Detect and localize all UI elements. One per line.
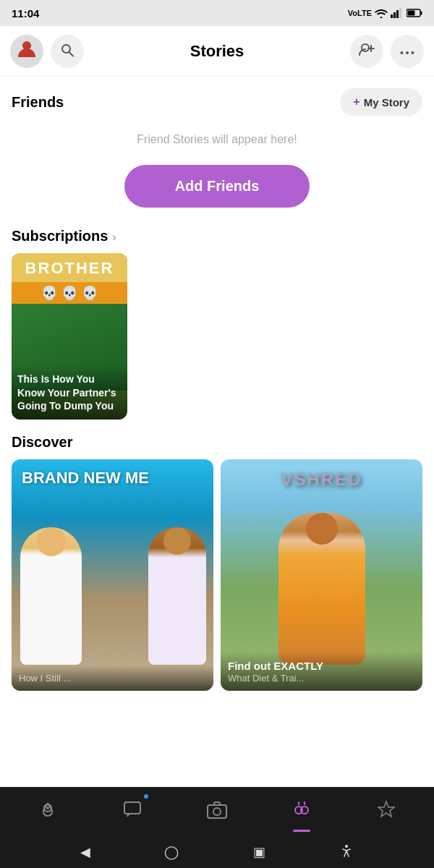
discover-card-1-bottom: How I Still ... xyxy=(19,673,206,684)
discover-card-2[interactable]: VSHRED Find out EXACTLY What Diet & Trai… xyxy=(221,459,422,691)
subscription-card-text: This Is How You Know Your Partner's Goin… xyxy=(17,373,116,411)
subscription-card-bg: BROTHER 💀 💀 💀 This Is How You Know Your … xyxy=(12,253,127,420)
discover-card-2-overlay: Find out EXACTLY What Diet & Trai... xyxy=(221,652,422,692)
wifi-icon xyxy=(375,8,388,18)
discover-card-1-title: BRAND NEW ME xyxy=(22,469,149,487)
subscriptions-title: Subscriptions xyxy=(12,228,108,244)
svg-point-15 xyxy=(412,51,414,54)
page-title: Stories xyxy=(190,42,244,61)
status-bar: 11:04 VoLTE xyxy=(0,0,434,26)
discover-card-2-title: VSHRED xyxy=(221,469,422,490)
svg-rect-5 xyxy=(421,12,422,15)
subscriptions-section: Subscriptions › BROTHER 💀 💀 💀 This Is Ho… xyxy=(0,228,434,434)
header-right xyxy=(350,35,424,68)
discover-icon xyxy=(377,800,396,823)
discover-card-1[interactable]: BRAND NEW ME How I Still ... xyxy=(12,459,213,691)
stories-icon xyxy=(292,800,312,823)
nav-item-chat[interactable] xyxy=(103,790,161,833)
discover-card-2-bottom-2: What Diet & Trai... xyxy=(228,673,415,684)
my-story-text: My Story xyxy=(364,96,409,109)
skull-3: 💀 xyxy=(82,285,98,301)
subscription-card[interactable]: BROTHER 💀 💀 💀 This Is How You Know Your … xyxy=(12,253,127,420)
my-story-button[interactable]: + BROTHER My Story xyxy=(340,88,422,116)
camera-icon xyxy=(206,800,228,823)
svg-rect-2 xyxy=(396,10,399,18)
search-button[interactable] xyxy=(51,35,84,68)
map-icon xyxy=(38,800,57,823)
nav-item-discover[interactable] xyxy=(357,790,415,833)
friends-section: Friends + BROTHER My Story Friend Storie… xyxy=(0,77,434,153)
svg-line-9 xyxy=(69,52,74,56)
discover-card-2-bottom-1: Find out EXACTLY xyxy=(228,659,415,673)
bottom-spacer xyxy=(0,702,434,789)
friends-header: Friends + BROTHER My Story xyxy=(12,88,422,116)
header-left xyxy=(10,35,84,68)
person-right-shape xyxy=(148,527,206,665)
svg-rect-1 xyxy=(393,12,396,18)
add-friends-wrap: Add Friends xyxy=(0,153,434,228)
back-button[interactable]: ◀ xyxy=(80,844,90,860)
avatar-icon xyxy=(17,38,37,64)
chat-icon xyxy=(123,800,142,823)
svg-marker-25 xyxy=(378,801,394,817)
nav-bar xyxy=(0,787,434,836)
status-icons: VoLTE xyxy=(348,8,422,18)
home-button[interactable]: ◯ xyxy=(164,844,179,860)
subscription-brand: BROTHER xyxy=(12,253,127,282)
skull-strip: 💀 💀 💀 xyxy=(12,282,127,304)
svg-rect-19 xyxy=(208,805,226,818)
person-left-shape xyxy=(20,527,82,665)
friend-stories-empty: Friend Stories will appear here! xyxy=(12,122,422,153)
svg-rect-6 xyxy=(408,11,415,16)
stories-active-indicator xyxy=(293,830,310,832)
more-button[interactable] xyxy=(391,35,424,68)
bottom-nav: ◀ ◯ ▣ xyxy=(0,787,434,868)
more-icon xyxy=(400,43,414,59)
chat-notification-dot xyxy=(142,793,150,800)
add-friend-button[interactable] xyxy=(350,35,383,68)
discover-card-1-overlay: How I Still ... xyxy=(12,665,213,691)
discover-grid: BRAND NEW ME How I Still ... VSHRED Find… xyxy=(12,459,422,691)
chevron-right-icon: › xyxy=(112,231,116,244)
header: Stories xyxy=(0,26,434,77)
svg-point-13 xyxy=(401,51,404,54)
search-icon xyxy=(60,43,75,59)
svg-rect-18 xyxy=(124,802,140,814)
add-friend-icon xyxy=(359,43,375,59)
battery-icon xyxy=(407,9,422,17)
svg-point-20 xyxy=(213,808,221,815)
svg-point-26 xyxy=(345,845,348,848)
nav-item-map[interactable] xyxy=(19,790,77,833)
person-center-shape xyxy=(278,513,365,665)
svg-point-14 xyxy=(406,51,409,54)
volte-icon: VoLTE xyxy=(348,9,372,17)
discover-title: Discover xyxy=(12,434,422,451)
nav-item-stories[interactable] xyxy=(273,790,331,833)
subscription-card-overlay: This Is How You Know Your Partner's Goin… xyxy=(12,365,127,420)
friends-title: Friends xyxy=(12,94,64,111)
svg-point-17 xyxy=(46,807,49,809)
skull-1: 💀 xyxy=(41,285,57,301)
svg-rect-3 xyxy=(399,8,401,18)
system-bar: ◀ ◯ ▣ xyxy=(0,836,434,868)
status-time: 11:04 xyxy=(12,7,39,20)
nav-item-camera[interactable] xyxy=(188,790,246,833)
accessibility-button[interactable] xyxy=(339,843,354,861)
skull-2: 💀 xyxy=(61,285,77,301)
discover-section: Discover BRAND NEW ME How I Still ... xyxy=(0,434,434,702)
add-friends-button[interactable]: Add Friends xyxy=(124,165,310,208)
svg-rect-0 xyxy=(391,14,393,18)
signal-icon xyxy=(391,8,404,18)
recents-button[interactable]: ▣ xyxy=(253,844,265,860)
avatar-button[interactable] xyxy=(10,35,43,68)
plus-icon: + xyxy=(353,95,359,109)
subscriptions-header: Subscriptions › xyxy=(12,228,422,244)
